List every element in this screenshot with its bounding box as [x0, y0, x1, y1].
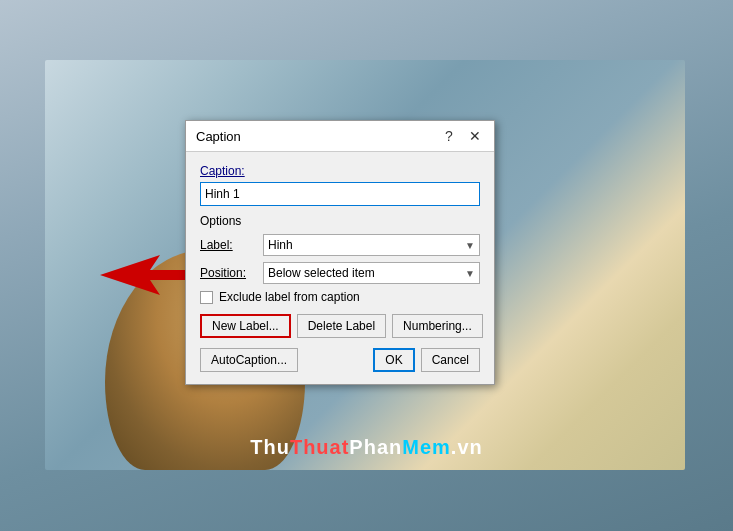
- caption-dialog: Caption ? ✕ Caption: Options Label: Hinh…: [185, 120, 495, 385]
- position-field-label: Position:: [200, 266, 255, 280]
- help-button[interactable]: ?: [440, 127, 458, 145]
- position-select[interactable]: Below selected item ▼: [263, 262, 480, 284]
- new-label-button[interactable]: New Label...: [200, 314, 291, 338]
- label-select[interactable]: Hinh ▼: [263, 234, 480, 256]
- watermark: ThuThuatPhanMem.vn: [250, 436, 482, 459]
- autocaption-button[interactable]: AutoCaption...: [200, 348, 298, 372]
- background: ThuThuatPhanMem.vn Caption ? ✕ Caption: …: [0, 0, 733, 531]
- options-label: Options: [200, 214, 480, 228]
- watermark-thuat: Thuat: [290, 436, 349, 458]
- watermark-vn: .vn: [451, 436, 483, 458]
- close-button[interactable]: ✕: [466, 127, 484, 145]
- position-field-row: Position: Below selected item ▼: [200, 262, 480, 284]
- footer-row: AutoCaption... OK Cancel: [200, 348, 480, 372]
- position-select-value: Below selected item: [268, 266, 375, 280]
- dialog-body: Caption: Options Label: Hinh ▼ Position:…: [186, 152, 494, 384]
- cancel-button[interactable]: Cancel: [421, 348, 480, 372]
- label-buttons-row: New Label... Delete Label Numbering...: [200, 314, 480, 338]
- caption-field-label: Caption:: [200, 164, 480, 178]
- label-select-value: Hinh: [268, 238, 293, 252]
- watermark-mem: Mem: [402, 436, 451, 458]
- ok-button[interactable]: OK: [373, 348, 414, 372]
- label-field-row: Label: Hinh ▼: [200, 234, 480, 256]
- dialog-titlebar: Caption ? ✕: [186, 121, 494, 152]
- delete-label-button[interactable]: Delete Label: [297, 314, 386, 338]
- svg-marker-0: [100, 255, 190, 295]
- arrow-indicator: [100, 255, 190, 295]
- caption-input[interactable]: [200, 182, 480, 206]
- label-field-label: Label:: [200, 238, 255, 252]
- watermark-phan: Phan: [349, 436, 402, 458]
- exclude-label-checkbox[interactable]: [200, 291, 213, 304]
- label-select-arrow-icon: ▼: [465, 240, 475, 251]
- dialog-title-controls: ? ✕: [440, 127, 484, 145]
- numbering-button[interactable]: Numbering...: [392, 314, 483, 338]
- red-arrow-icon: [100, 255, 190, 295]
- exclude-label-text: Exclude label from caption: [219, 290, 360, 304]
- dialog-title: Caption: [196, 129, 241, 144]
- position-select-arrow-icon: ▼: [465, 268, 475, 279]
- watermark-thu: Thu: [250, 436, 290, 458]
- exclude-label-row: Exclude label from caption: [200, 290, 480, 304]
